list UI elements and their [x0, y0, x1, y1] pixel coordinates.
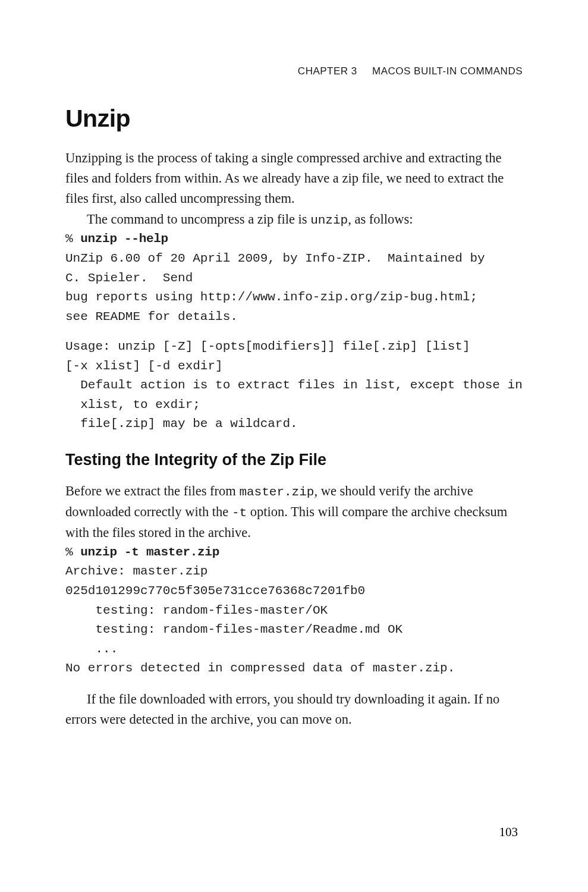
body-paragraph: Before we extract the files from master.… — [65, 481, 523, 543]
code-line: 025d101299c770c5f305e731cce76368c7201fb0 — [65, 584, 365, 598]
page-number: 103 — [499, 825, 518, 840]
body-paragraph: The command to uncompress a zip file is … — [65, 209, 523, 230]
chapter-label: CHAPTER 3 — [298, 65, 357, 77]
code-line: ... — [65, 642, 118, 656]
code-line: [-x xlist] [-d exdir] — [65, 359, 223, 373]
code-block: % unzip --help UnZip 6.00 of 20 April 20… — [65, 230, 523, 326]
code-block: Usage: unzip [-Z] [-opts[modifiers]] fil… — [65, 337, 523, 434]
text-run: , as follows: — [348, 212, 413, 227]
prompt: % — [65, 545, 80, 559]
chapter-title: MACOS BUILT-IN COMMANDS — [372, 65, 523, 77]
code-line: UnZip 6.00 of 20 April 2009, by Info-ZIP… — [65, 252, 492, 265]
command: unzip --help — [80, 232, 168, 246]
code-line: testing: random-files-master/OK — [65, 604, 328, 617]
code-line: C. Spieler. Send — [65, 271, 193, 285]
running-header: CHAPTER 3 MACOS BUILT-IN COMMANDS — [65, 65, 523, 77]
code-line: Usage: unzip [-Z] [-opts[modifiers]] fil… — [65, 340, 477, 353]
body-paragraph: Unzipping is the process of taking a sin… — [65, 148, 523, 209]
body-paragraph: If the file downloaded with errors, you … — [65, 689, 523, 730]
text-run: The command to uncompress a zip file is — [87, 212, 310, 227]
inline-code: unzip — [310, 213, 348, 227]
text-run: Before we extract the files from — [65, 483, 239, 498]
code-block: % unzip -t master.zip Archive: master.zi… — [65, 543, 523, 679]
code-line: Default action is to extract files in li… — [65, 378, 530, 392]
code-line: Archive: master.zip — [65, 564, 207, 578]
code-line: testing: random-files-master/Readme.md O… — [65, 623, 403, 636]
code-line: file[.zip] may be a wildcard. — [65, 417, 298, 431]
code-line: xlist, to exdir; — [65, 398, 200, 412]
code-line: bug reports using http://www.info-zip.or… — [65, 290, 485, 304]
section-heading: Unzip — [65, 105, 523, 133]
prompt: % — [65, 232, 80, 246]
code-line: see README for details. — [65, 310, 238, 323]
code-line: No errors detected in compressed data of… — [65, 661, 455, 675]
subsection-heading: Testing the Integrity of the Zip File — [65, 451, 523, 469]
inline-code: -t — [232, 506, 247, 520]
inline-code: master.zip — [239, 485, 314, 499]
command: unzip -t master.zip — [80, 545, 219, 559]
